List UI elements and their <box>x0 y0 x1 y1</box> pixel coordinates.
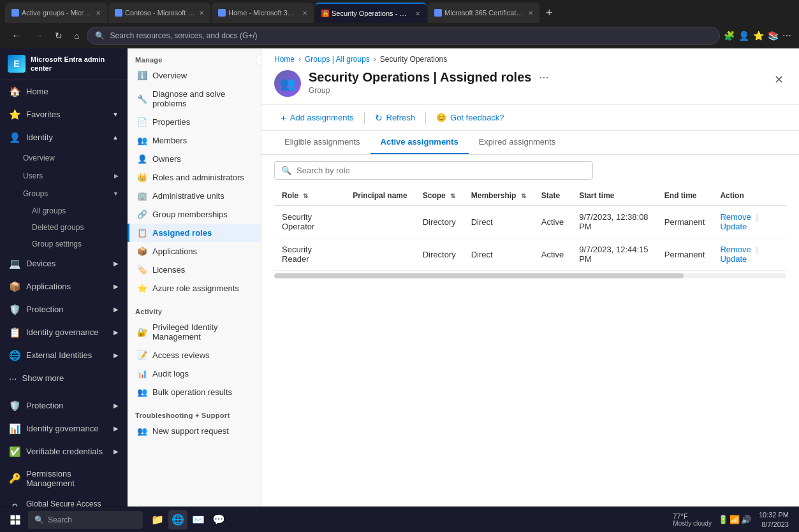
refresh-icon: ↻ <box>375 113 383 123</box>
sidebar-item-external-identities[interactable]: 🌐 External Identities ▶ <box>0 344 128 367</box>
left-nav-item-applications[interactable]: 📦 Applications <box>128 242 261 261</box>
left-nav-item-group-memberships[interactable]: 🔗 Group memberships <box>128 205 261 224</box>
update-link-1[interactable]: Update <box>720 222 747 231</box>
left-nav-item-overview[interactable]: ℹ️ Overview <box>128 66 261 85</box>
sort-membership-icon: ⇅ <box>521 192 526 199</box>
left-nav-item-owners[interactable]: 👤 Owners <box>128 150 261 168</box>
tab-close-1[interactable]: ✕ <box>96 10 101 17</box>
sidebar-item-applications[interactable]: 📦 Applications ▶ <box>0 275 128 298</box>
tab-expired[interactable]: Expired assignments <box>469 131 566 154</box>
search-input[interactable] <box>297 166 586 175</box>
col-action: Action <box>712 186 786 206</box>
search-input-container[interactable]: 🔍 <box>274 161 593 180</box>
breadcrumb-sep-2: › <box>374 55 376 64</box>
left-nav-item-members[interactable]: 👥 Members <box>128 131 261 150</box>
refresh-button[interactable]: ↻ Refresh <box>369 110 422 126</box>
tab-eligible[interactable]: Eligible assignments <box>274 131 370 154</box>
cell-end-1: Permanent <box>657 206 713 238</box>
feedback-icon: 😊 <box>436 113 446 122</box>
page-more-button[interactable]: ··· <box>536 71 551 84</box>
left-nav-item-diagnose[interactable]: 🔧 Diagnose and solve problems <box>128 85 261 113</box>
left-nav-item-properties[interactable]: 📄 Properties <box>128 113 261 131</box>
browser-tab[interactable]: Active groups - Microsoft 365... ✕ <box>5 3 107 23</box>
sidebar-item-permissions-management[interactable]: 🔑 Permissions Management <box>0 463 128 494</box>
browser-tab-5[interactable]: Microsoft 365 Certification - Se... ✕ <box>428 3 539 23</box>
left-nav-item-admin-units[interactable]: 🏢 Administrative units <box>128 187 261 205</box>
taskbar-search-box[interactable]: 🔍 Search <box>28 511 143 529</box>
remove-link-2[interactable]: Remove <box>720 245 751 254</box>
new-support-icon: 👥 <box>137 426 147 436</box>
sidebar-item-identity-governance[interactable]: 📋 Identity governance ▶ <box>0 321 128 344</box>
sidebar-item-devices[interactable]: 💻 Devices ▶ <box>0 252 128 275</box>
close-panel-button[interactable]: ✕ <box>772 70 786 89</box>
sidebar-item-global-secure-access[interactable]: 🔒 Global Secure Access (Preview) ▶ <box>0 494 128 507</box>
scrollbar-thumb[interactable] <box>274 273 684 278</box>
col-scope[interactable]: Scope ⇅ <box>415 186 464 206</box>
sidebar-subitem-groups[interactable]: Groups ▼ <box>0 185 128 203</box>
add-assignments-button[interactable]: + Add assignments <box>274 109 360 126</box>
sidebar-item-home[interactable]: 🏠 Home <box>0 80 128 103</box>
left-nav-item-access-reviews[interactable]: 📝 Access reviews <box>128 346 261 364</box>
taskbar-app-mail[interactable]: ✉️ <box>189 510 208 529</box>
sidebar-subsubitem-groupsettings[interactable]: Group settings <box>0 236 128 252</box>
remove-link-1[interactable]: Remove <box>720 212 751 222</box>
left-nav-item-assigned-roles[interactable]: 📋 Assigned roles <box>128 224 261 242</box>
browser-tab-4-active[interactable]: 🔒 Security Operations - Microsoft... ✕ <box>315 3 427 23</box>
taskbar-app-teams[interactable]: 💬 <box>209 510 228 529</box>
address-bar[interactable]: 🔍 Search resources, services, and docs (… <box>87 27 720 45</box>
taskbar-app-browser[interactable]: 🌐 <box>168 510 187 529</box>
h-scrollbar[interactable] <box>274 273 786 278</box>
taskbar-app-explorer[interactable]: 📁 <box>148 510 167 529</box>
sidebar-item-id-governance2[interactable]: 📊 Identity governance ▶ <box>0 417 128 440</box>
breadcrumb-home[interactable]: Home <box>274 55 295 64</box>
sidebar-item-protection2[interactable]: 🛡️ Protection ▶ <box>0 394 128 417</box>
sidebar-subitem-overview[interactable]: Overview <box>0 149 128 167</box>
left-nav-item-audit-logs[interactable]: 📊 Audit logs <box>128 364 261 383</box>
col-role[interactable]: Role ⇅ <box>274 186 345 206</box>
sidebar-header: E Microsoft Entra admin center <box>0 48 128 80</box>
sidebar-subsubitem-deletedgroups[interactable]: Deleted groups <box>0 219 128 236</box>
sidebar-item-verifiable-credentials[interactable]: ✅ Verifiable credentials ▶ <box>0 440 128 463</box>
new-tab-button[interactable]: + <box>541 3 558 23</box>
left-nav-item-bulk-ops[interactable]: 👥 Bulk operation results <box>128 383 261 401</box>
sidebar-item-identity[interactable]: 👤 Identity ▲ <box>0 126 128 149</box>
start-button[interactable] <box>5 510 26 530</box>
collections-icon[interactable]: 📚 <box>768 31 779 41</box>
weather-info[interactable]: 77°F Mostly cloudy <box>669 511 715 528</box>
tab-close-3[interactable]: ✕ <box>302 10 307 17</box>
clock[interactable]: 10:32 PM 8/7/2023 <box>754 508 794 531</box>
left-nav-item-licenses[interactable]: 🏷️ Licenses <box>128 261 261 279</box>
sidebar-applications-label: Applications <box>26 282 108 291</box>
browser-tab-2[interactable]: Contoso - Microsoft Entra admi... ✕ <box>108 3 210 23</box>
sidebar-item-show-more[interactable]: ··· Show more <box>0 367 128 389</box>
left-nav-item-new-support[interactable]: 👥 New support request <box>128 422 261 440</box>
tab-close-5[interactable]: ✕ <box>528 10 533 17</box>
sidebar-subsubitem-allgroups[interactable]: All groups <box>0 203 128 219</box>
left-nav-item-roles[interactable]: 👑 Roles and administrators <box>128 168 261 187</box>
sidebar-item-protection[interactable]: 🛡️ Protection ▶ <box>0 298 128 321</box>
favorites-icon[interactable]: ⭐ <box>753 31 764 41</box>
tab-active[interactable]: Active assignments <box>370 131 469 154</box>
update-link-2[interactable]: Update <box>720 254 747 264</box>
col-membership[interactable]: Membership ⇅ <box>464 186 534 206</box>
address-text: Search resources, services, and docs (G+… <box>110 31 712 40</box>
settings-nav-icon[interactable]: ⋯ <box>782 31 791 41</box>
home-nav-button[interactable]: ⌂ <box>70 28 83 43</box>
extensions-icon[interactable]: 🧩 <box>724 31 735 41</box>
forward-button[interactable]: → <box>29 27 47 44</box>
profile-icon[interactable]: 👤 <box>738 31 749 41</box>
sidebar-item-favorites[interactable]: ⭐ Favorites ▼ <box>0 103 128 126</box>
left-nav-item-azure-role-assignments[interactable]: ⭐ Azure role assignments <box>128 279 261 298</box>
sidebar-subitem-users[interactable]: Users ▶ <box>0 167 128 185</box>
owners-icon: 👤 <box>137 154 147 164</box>
tab-close-4[interactable]: ✕ <box>415 10 420 17</box>
breadcrumb-groups[interactable]: Groups | All groups <box>305 55 370 64</box>
left-nav-item-pim[interactable]: 🔐 Privileged Identity Management <box>128 318 261 346</box>
entra-sidebar: E Microsoft Entra admin center 🏠 Home ⭐ … <box>0 48 128 507</box>
tab-close-2[interactable]: ✕ <box>199 10 204 17</box>
refresh-nav-button[interactable]: ↻ <box>51 28 66 43</box>
ellipsis-icon: ··· <box>9 373 17 384</box>
feedback-button[interactable]: 😊 Got feedback? <box>430 110 511 126</box>
back-button[interactable]: ← <box>8 27 26 44</box>
browser-tab-3[interactable]: Home - Microsoft 365 security ✕ <box>212 3 314 23</box>
